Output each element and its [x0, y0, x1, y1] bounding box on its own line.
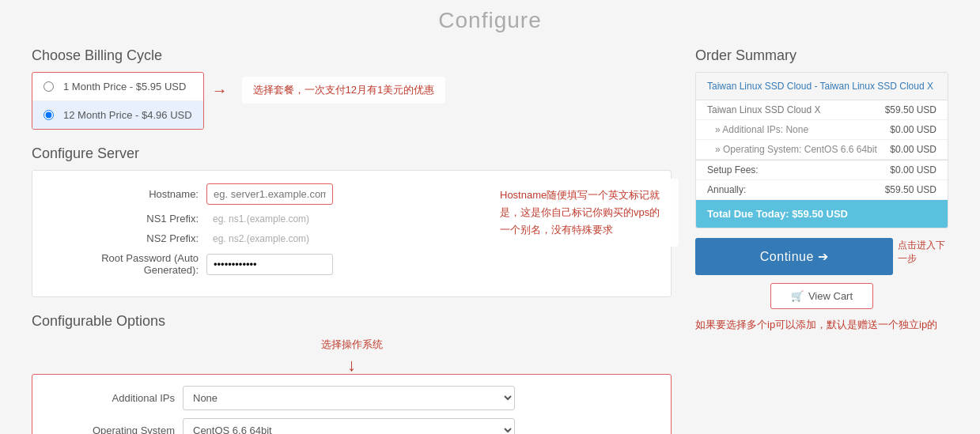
ips-line-label: » Additional IPs: None — [707, 124, 808, 135]
configurable-title: Configurable Options — [32, 313, 672, 330]
server-box: Hostname: NS1 Prefix: eg. ns1.(example.c… — [32, 170, 672, 297]
os-annotation: 选择操作系统 — [32, 338, 672, 352]
ns1-hint: eg. ns1.(example.com) — [213, 213, 309, 225]
order-product-name: Taiwan Linux SSD Cloud - Taiwan Linux SS… — [707, 81, 933, 92]
billing-label-monthly[interactable]: 1 Month Price - $5.95 USD — [63, 81, 186, 92]
ips-line-price: $0.00 USD — [890, 124, 936, 135]
continue-row: Continue ➔ 点击进入下一步 — [695, 228, 948, 275]
hostname-label: Hostname: — [48, 188, 199, 200]
billing-title: Choose Billing Cycle — [32, 47, 672, 64]
billing-options: 1 Month Price - $5.95 USD 12 Month Price… — [32, 72, 204, 130]
order-summary-box: Taiwan Linux SSD Cloud - Taiwan Linux SS… — [695, 72, 948, 228]
server-annotation: Hostname随便填写一个英文标记就是，这是你自己标记你购买的vps的一个别名… — [489, 179, 679, 247]
right-panel: Order Summary Taiwan Linux SSD Cloud - T… — [695, 47, 948, 434]
arrow-up-icon: ↓ — [32, 355, 672, 376]
os-line-label: » Operating System: CentOS 6.6 64bit — [707, 144, 877, 155]
ns2-hint: eg. ns2.(example.com) — [213, 233, 309, 244]
billing-option-monthly[interactable]: 1 Month Price - $5.95 USD — [32, 73, 203, 101]
hostname-input[interactable] — [206, 183, 333, 205]
total-label: Total Due Today: $59.50 USD — [707, 208, 848, 220]
password-input[interactable] — [206, 254, 333, 275]
view-cart-button[interactable]: 🛒 View Cart — [770, 283, 873, 309]
order-line-product: Taiwan Linux SSD Cloud X $59.50 USD — [696, 100, 948, 120]
password-field: Root Password (Auto Generated): — [48, 252, 655, 276]
order-line-ips: » Additional IPs: None $0.00 USD — [696, 120, 948, 140]
annually-label: Annually: — [707, 184, 746, 195]
annually-price: $59.50 USD — [885, 184, 936, 195]
billing-label-yearly[interactable]: 12 Month Price - $4.96 USD — [63, 109, 192, 121]
config-box: Additional IPs None Operating System Cen… — [32, 374, 672, 434]
continue-label: Continue — [760, 250, 814, 263]
server-title: Configure Server — [32, 145, 672, 162]
os-select[interactable]: CentOS 6.6 64bit — [183, 418, 515, 434]
billing-radio-monthly[interactable] — [44, 81, 54, 92]
continue-button[interactable]: Continue ➔ — [695, 238, 893, 275]
order-line-os: » Operating System: CentOS 6.6 64bit $0.… — [696, 140, 948, 160]
view-cart-label: View Cart — [808, 290, 853, 302]
left-panel: Choose Billing Cycle 1 Month Price - $5.… — [32, 47, 672, 434]
os-field: Operating System CentOS 6.6 64bit — [48, 418, 655, 434]
product-line-price: $59.50 USD — [885, 104, 936, 115]
os-label: Operating System — [48, 425, 175, 434]
billing-section: Choose Billing Cycle 1 Month Price - $5.… — [32, 47, 672, 130]
order-summary-title: Order Summary — [695, 47, 948, 64]
setup-label: Setup Fees: — [707, 164, 759, 175]
billing-radio-yearly[interactable] — [44, 110, 54, 120]
password-label: Root Password (Auto Generated): — [48, 252, 199, 276]
additional-ips-field: Additional IPs None — [48, 386, 655, 410]
cart-icon: 🛒 — [791, 290, 804, 302]
annually-row: Annually: $59.50 USD — [696, 180, 948, 200]
billing-annotation-text: 选择套餐，一次支付12月有1美元的优惠 — [242, 77, 446, 104]
configure-server-section: Configure Server Hostname: NS1 Prefix: e… — [32, 145, 672, 297]
setup-row: Setup Fees: $0.00 USD — [696, 160, 948, 180]
order-total-bar: Total Due Today: $59.50 USD — [696, 200, 948, 228]
billing-annotation: → 选择套餐，一次支付12月有1美元的优惠 — [212, 77, 446, 104]
ns1-label: NS1 Prefix: — [48, 213, 199, 225]
product-line-label: Taiwan Linux SSD Cloud X — [707, 104, 820, 115]
continue-icon: ➔ — [818, 250, 829, 263]
os-line-price: $0.00 USD — [890, 144, 936, 155]
page-title: Configure — [0, 0, 980, 47]
configurable-section: Configurable Options 选择操作系统 ↓ Additional… — [32, 313, 672, 434]
arrow-right-icon: → — [212, 81, 228, 100]
setup-price: $0.00 USD — [890, 164, 936, 175]
right-annotation: 如果要选择多个ip可以添加，默认是赠送一个独立ip的 — [695, 317, 948, 334]
additional-ips-select[interactable]: None — [183, 386, 515, 410]
order-product-header: Taiwan Linux SSD Cloud - Taiwan Linux SS… — [696, 73, 948, 100]
billing-option-yearly[interactable]: 12 Month Price - $4.96 USD — [32, 101, 203, 129]
ns2-label: NS2 Prefix: — [48, 232, 199, 244]
additional-ips-label: Additional IPs — [48, 392, 175, 404]
continue-annotation: 点击进入下一步 — [898, 239, 948, 266]
